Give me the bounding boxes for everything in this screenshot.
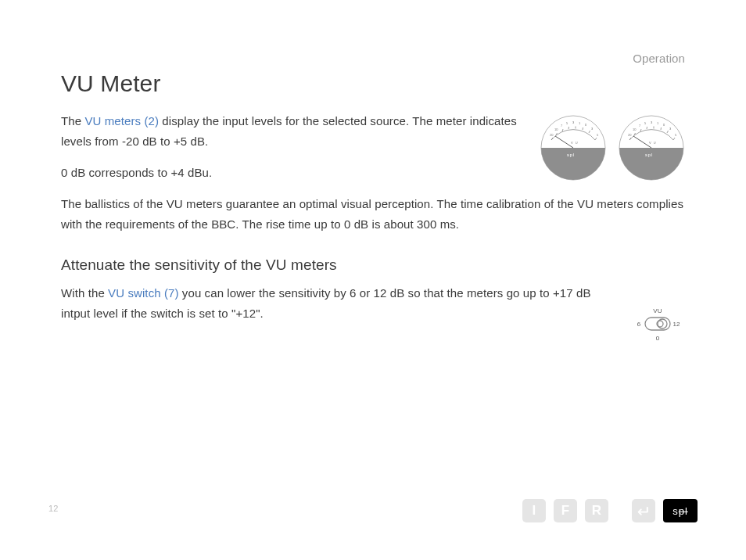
- svg-text:20: 20: [550, 133, 554, 137]
- p4: With the VU switch (7) you can lower the…: [61, 283, 612, 324]
- p1-a: The: [61, 114, 84, 127]
- svg-line-4: [568, 127, 569, 129]
- svg-text:spl: spl: [645, 153, 653, 157]
- vu-meters-link[interactable]: VU meters (2): [84, 114, 159, 127]
- svg-line-27: [661, 127, 662, 130]
- spacer: [616, 499, 624, 522]
- svg-text:10: 10: [554, 127, 558, 131]
- spl-logo[interactable]: spl: [663, 499, 698, 522]
- p2: 0 dB corresponds to +4 dBu.: [61, 163, 524, 183]
- vu-meter-left-icon: 20 10 7 5 3 1 0 3 5 V U spl: [540, 114, 607, 194]
- nav-index-button[interactable]: I: [522, 499, 546, 522]
- intro-paragraph: The VU meters (2) display the input leve…: [61, 111, 524, 152]
- svg-text:V U: V U: [571, 141, 579, 145]
- sw-bottom: 0: [656, 335, 660, 342]
- vu-switch-illustration: VU 6 12 0: [630, 283, 685, 346]
- vu-meters-illustration: 20 10 7 5 3 1 0 3 5 V U spl: [540, 111, 685, 194]
- p4-a: With the: [61, 286, 108, 300]
- nav-return-button[interactable]: R: [585, 499, 608, 522]
- svg-text:10: 10: [633, 127, 637, 131]
- page-title: VU Meter: [61, 70, 685, 97]
- section-label: Operation: [633, 52, 685, 65]
- vu-switch-link[interactable]: VU switch (7): [108, 286, 178, 300]
- nav-forward-button[interactable]: F: [554, 499, 577, 522]
- return-arrow-icon: [637, 505, 650, 516]
- spl-logo-text: spl: [672, 505, 688, 517]
- svg-line-25: [647, 127, 647, 129]
- sw-top: VU: [653, 307, 662, 314]
- svg-text:spl: spl: [567, 153, 575, 157]
- nav-back-button[interactable]: [632, 499, 655, 522]
- subsection-title: Attenuate the sensitivity of the VU mete…: [61, 257, 685, 274]
- svg-text:20: 20: [628, 133, 632, 137]
- sw-right: 12: [672, 321, 680, 328]
- svg-line-6: [583, 127, 583, 130]
- vu-meter-right-icon: 20 10 7 5 3 1 0 3 5 V U spl: [618, 114, 685, 194]
- footer-nav: I F R spl: [522, 499, 698, 522]
- sw-left: 6: [637, 321, 641, 328]
- page-number: 12: [48, 504, 58, 513]
- svg-text:V U: V U: [649, 141, 657, 145]
- p3: The ballistics of the VU meters guarante…: [61, 194, 685, 235]
